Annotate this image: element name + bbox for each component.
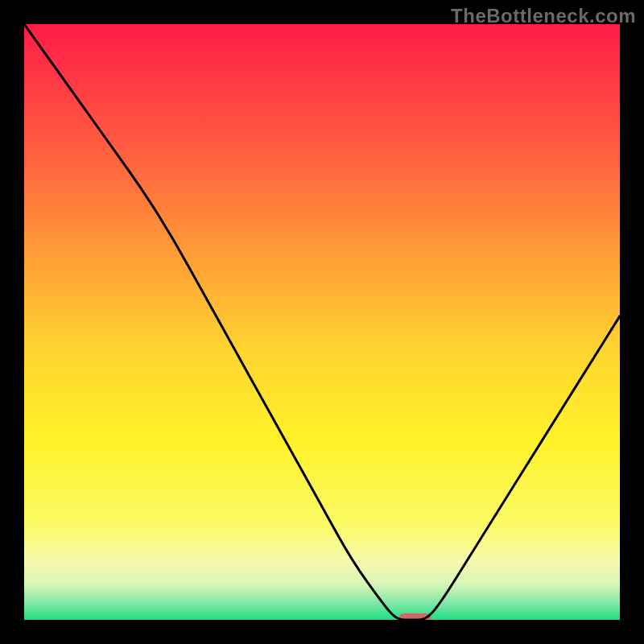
chart-frame: TheBottleneck.com [0,0,644,644]
curve-path [24,24,620,620]
watermark-text: TheBottleneck.com [451,5,636,27]
plot-area [24,24,620,620]
bottleneck-curve [24,24,620,620]
